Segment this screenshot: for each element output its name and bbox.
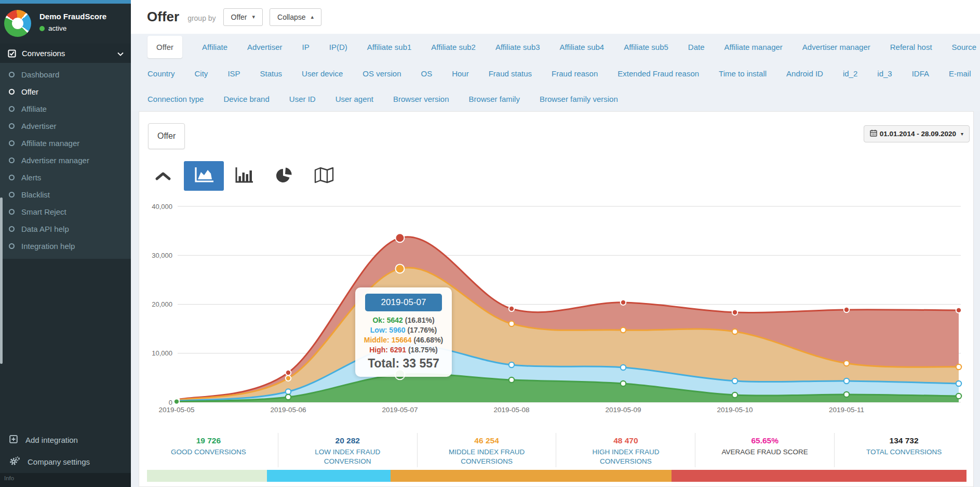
add-integration-button[interactable]: Add integration bbox=[0, 429, 131, 451]
tab-os[interactable]: OS bbox=[421, 69, 433, 78]
tab-e-mail[interactable]: E-mail bbox=[949, 69, 971, 78]
tab-affiliate[interactable]: Affiliate bbox=[202, 43, 227, 51]
group-by-select[interactable]: Offer ▾ bbox=[223, 8, 263, 26]
map-button[interactable] bbox=[304, 161, 344, 191]
data-point-high[interactable] bbox=[956, 308, 961, 313]
tab-affiliate-sub4[interactable]: Affiliate sub4 bbox=[560, 43, 605, 51]
tab-ip[interactable]: IP bbox=[302, 43, 310, 51]
tab-affiliate-manager[interactable]: Affiliate manager bbox=[724, 43, 783, 51]
tab-android-id[interactable]: Android ID bbox=[786, 69, 823, 78]
pie-chart-button[interactable] bbox=[264, 161, 304, 191]
map-icon bbox=[313, 166, 335, 186]
section-label: Conversions bbox=[22, 49, 65, 58]
tab-hour[interactable]: Hour bbox=[452, 69, 469, 78]
tab-user-device[interactable]: User device bbox=[302, 69, 343, 78]
tab-offer[interactable]: Offer bbox=[147, 36, 182, 58]
company-settings-button[interactable]: Company settings bbox=[0, 451, 131, 473]
data-point-ok[interactable] bbox=[844, 392, 849, 397]
sidebar-item-affiliate-manager[interactable]: Affiliate manager bbox=[0, 135, 131, 152]
tab-browser-version[interactable]: Browser version bbox=[393, 95, 449, 103]
sidebar-item-offer[interactable]: Offer bbox=[0, 83, 131, 100]
stat-label: MIDDLE INDEX FRAUD CONVERSIONS bbox=[432, 447, 542, 466]
tab-time-to-install[interactable]: Time to install bbox=[719, 69, 767, 78]
group-chip: Offer bbox=[148, 123, 185, 149]
tab-browser-family-version[interactable]: Browser family version bbox=[540, 95, 618, 103]
tab-extended-fraud-reason[interactable]: Extended Fraud reason bbox=[617, 69, 699, 78]
tab-city[interactable]: City bbox=[195, 69, 208, 78]
tab-date[interactable]: Date bbox=[688, 43, 705, 51]
x-axis-label: 2019-05-09 bbox=[605, 406, 641, 414]
tab-status[interactable]: Status bbox=[260, 69, 283, 78]
sidebar-item-affiliate[interactable]: Affiliate bbox=[0, 100, 131, 117]
data-point-low[interactable] bbox=[844, 378, 849, 384]
stat-good-conversions: 19 726GOOD CONVERSIONS bbox=[139, 433, 278, 467]
tab-referal-host[interactable]: Referal host bbox=[890, 43, 932, 51]
sidebar-item-data-api-help[interactable]: Data API help bbox=[0, 220, 131, 238]
tab-user-id[interactable]: User ID bbox=[289, 95, 316, 103]
data-point-middle[interactable] bbox=[621, 327, 626, 333]
circle-icon bbox=[9, 226, 15, 232]
data-point-high[interactable] bbox=[396, 233, 405, 242]
tab-country[interactable]: Country bbox=[147, 69, 175, 78]
data-point-ok[interactable] bbox=[509, 377, 514, 383]
tab-ip-d[interactable]: IP(D) bbox=[329, 43, 347, 51]
data-point-low[interactable] bbox=[509, 362, 514, 367]
data-point-high[interactable] bbox=[732, 310, 737, 315]
tab-browser-family[interactable]: Browser family bbox=[469, 95, 520, 103]
tab-affiliate-sub1[interactable]: Affiliate sub1 bbox=[367, 43, 412, 51]
tab-affiliate-sub5[interactable]: Affiliate sub5 bbox=[624, 43, 668, 51]
data-point-middle[interactable] bbox=[396, 265, 405, 273]
sidebar-item-smart-reject[interactable]: Smart Reject bbox=[0, 203, 131, 220]
data-point-low[interactable] bbox=[732, 378, 737, 384]
data-point-ok[interactable] bbox=[956, 393, 961, 399]
chevron-up-icon[interactable] bbox=[155, 172, 171, 181]
caret-down-icon: ▾ bbox=[961, 131, 963, 137]
sidebar-scrollbar[interactable] bbox=[0, 198, 3, 364]
stat-middle-index-fraud-conversions: 46 254MIDDLE INDEX FRAUD CONVERSIONS bbox=[417, 433, 556, 467]
data-point-middle[interactable] bbox=[844, 361, 849, 366]
sidebar-item-dashboard[interactable]: Dashboard bbox=[0, 66, 131, 83]
tab-id-3[interactable]: id_3 bbox=[877, 69, 892, 78]
sidebar-item-integration-help[interactable]: Integration help bbox=[0, 238, 131, 255]
data-point-middle[interactable] bbox=[286, 376, 291, 381]
tab-advertiser[interactable]: Advertiser bbox=[247, 43, 283, 51]
data-point-low[interactable] bbox=[956, 381, 961, 386]
tab-idfa[interactable]: IDFA bbox=[912, 69, 929, 78]
data-point-ok[interactable] bbox=[732, 392, 737, 398]
data-point-high[interactable] bbox=[286, 370, 291, 375]
data-point-low[interactable] bbox=[286, 389, 291, 394]
sidebar-item-alerts[interactable]: Alerts bbox=[0, 169, 131, 186]
data-point-high[interactable] bbox=[621, 300, 626, 305]
tab-isp[interactable]: ISP bbox=[227, 69, 240, 78]
sidebar-section-conversions[interactable]: Conversions bbox=[0, 44, 131, 63]
tab-user-agent[interactable]: User agent bbox=[335, 95, 373, 103]
bar-chart-button[interactable] bbox=[224, 161, 264, 191]
tab-affiliate-sub3[interactable]: Affiliate sub3 bbox=[495, 43, 540, 51]
date-range-picker[interactable]: 01.01.2014 - 28.09.2020 ▾ bbox=[864, 125, 970, 142]
data-point-middle[interactable] bbox=[732, 329, 737, 334]
tab-fraud-reason[interactable]: Fraud reason bbox=[552, 69, 598, 78]
tooltip-cell: (46.68%) bbox=[413, 336, 443, 344]
sidebar-item-advertiser-manager[interactable]: Advertiser manager bbox=[0, 152, 131, 169]
group-by-tabs: OfferAffiliateAdvertiserIPIP(D)Affiliate… bbox=[131, 34, 980, 111]
tab-device-brand[interactable]: Device brand bbox=[223, 95, 269, 103]
sidebar-item-blacklist[interactable]: Blacklist bbox=[0, 186, 131, 203]
data-point-middle[interactable] bbox=[956, 364, 961, 370]
tab-id-2[interactable]: id_2 bbox=[843, 69, 857, 78]
data-point-ok[interactable] bbox=[621, 381, 626, 386]
area-chart-button[interactable] bbox=[184, 161, 224, 191]
data-point-low[interactable] bbox=[621, 365, 626, 370]
tab-fraud-status[interactable]: Fraud status bbox=[489, 69, 532, 78]
tab-advertiser-manager[interactable]: Advertiser manager bbox=[802, 43, 870, 51]
data-point-middle[interactable] bbox=[509, 321, 514, 326]
tab-source[interactable]: Source bbox=[952, 43, 977, 51]
sidebar-item-advertiser[interactable]: Advertiser bbox=[0, 117, 131, 135]
data-point-ok[interactable] bbox=[174, 399, 179, 404]
data-point-high[interactable] bbox=[509, 306, 514, 311]
data-point-high[interactable] bbox=[844, 307, 849, 312]
collapse-button[interactable]: Collapse ▴ bbox=[270, 8, 321, 26]
tab-os-version[interactable]: OS version bbox=[363, 69, 401, 78]
tab-affiliate-sub2[interactable]: Affiliate sub2 bbox=[431, 43, 476, 51]
data-point-ok[interactable] bbox=[286, 394, 291, 400]
tab-connection-type[interactable]: Connection type bbox=[147, 95, 204, 103]
